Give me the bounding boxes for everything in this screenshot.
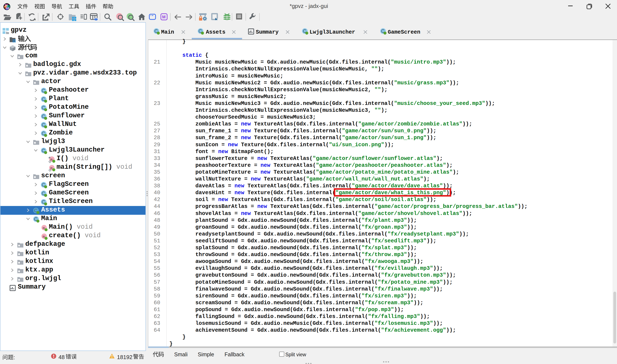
svg-text:M: M: [162, 14, 166, 19]
svg-text:m: m: [43, 235, 45, 239]
svg-text:DX: DX: [6, 7, 10, 10]
svg-text:m: m: [43, 226, 45, 230]
